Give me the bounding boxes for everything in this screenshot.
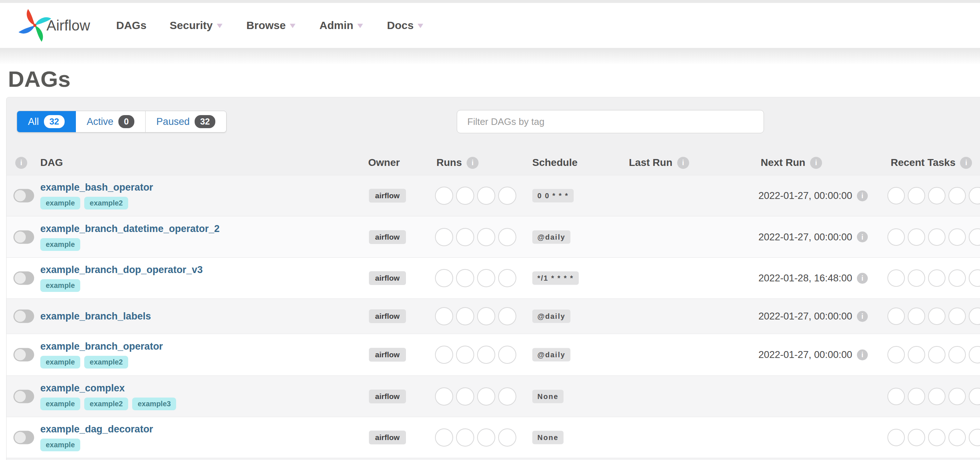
dag-name-link[interactable]: example_branch_labels — [40, 311, 151, 322]
recent-task-circle[interactable] — [888, 429, 905, 446]
nav-item-security[interactable]: Security▼ — [170, 19, 223, 32]
recent-task-circle[interactable] — [948, 187, 966, 204]
recent-task-circle[interactable] — [928, 346, 945, 363]
run-status-circle[interactable] — [435, 345, 453, 364]
recent-task-circle[interactable] — [948, 388, 966, 405]
pause-toggle[interactable] — [13, 431, 34, 444]
run-status-circle[interactable] — [456, 186, 474, 205]
run-status-circle[interactable] — [456, 269, 474, 287]
run-status-circle[interactable] — [435, 307, 453, 325]
dag-name-link[interactable]: example_branch_dop_operator_v3 — [40, 264, 203, 275]
dag-name-link[interactable]: example_dag_decorator — [40, 424, 153, 435]
run-status-circle[interactable] — [498, 387, 516, 406]
recent-task-circle[interactable] — [948, 346, 966, 363]
recent-task-circle[interactable] — [948, 307, 966, 325]
run-status-circle[interactable] — [498, 228, 516, 246]
header-dag[interactable]: DAG — [40, 150, 63, 175]
recent-task-circle[interactable] — [908, 187, 925, 204]
run-status-circle[interactable] — [435, 228, 453, 246]
recent-task-circle[interactable] — [908, 429, 925, 446]
run-status-circle[interactable] — [456, 228, 474, 246]
tab-all[interactable]: All32 — [17, 111, 76, 132]
run-status-circle[interactable] — [477, 269, 495, 287]
pause-toggle[interactable] — [13, 230, 34, 244]
recent-task-circle[interactable] — [928, 307, 945, 325]
recent-task-circle[interactable] — [948, 269, 966, 287]
nav-item-docs[interactable]: Docs▼ — [387, 19, 424, 32]
nav-item-browse[interactable]: Browse▼ — [247, 19, 296, 32]
recent-task-circle[interactable] — [908, 307, 925, 325]
pause-toggle[interactable] — [13, 272, 34, 285]
header-next-run[interactable]: Next Run i — [761, 150, 822, 175]
recent-task-circle[interactable] — [928, 269, 945, 287]
run-status-circle[interactable] — [498, 269, 516, 287]
run-status-circle[interactable] — [498, 345, 516, 364]
recent-task-circle[interactable] — [888, 187, 905, 204]
recent-task-circle[interactable] — [888, 307, 905, 325]
recent-task-circle[interactable] — [969, 187, 980, 204]
dag-name-link[interactable]: example_branch_operator — [40, 341, 163, 352]
recent-task-circle[interactable] — [969, 228, 980, 246]
run-status-circle[interactable] — [435, 186, 453, 205]
header-last-run[interactable]: Last Run i — [629, 150, 689, 175]
recent-task-circle[interactable] — [969, 346, 980, 363]
dag-name-link[interactable]: example_bash_operator — [40, 182, 153, 193]
tag-badge[interactable]: example2 — [84, 398, 128, 410]
tag-badge[interactable]: example — [40, 197, 80, 210]
tag-filter-input[interactable] — [457, 110, 764, 133]
pause-toggle[interactable] — [13, 390, 34, 403]
tag-badge[interactable]: example2 — [84, 356, 128, 369]
run-status-circle[interactable] — [477, 345, 495, 364]
recent-task-circle[interactable] — [948, 228, 966, 246]
recent-task-circle[interactable] — [948, 429, 966, 446]
recent-task-circle[interactable] — [969, 388, 980, 405]
recent-task-circle[interactable] — [908, 228, 925, 246]
tag-badge[interactable]: example2 — [84, 197, 128, 210]
tag-badge[interactable]: example — [40, 279, 80, 292]
recent-task-circle[interactable] — [928, 228, 945, 246]
recent-task-circle[interactable] — [888, 346, 905, 363]
recent-task-circle[interactable] — [969, 269, 980, 287]
pause-toggle[interactable] — [13, 348, 34, 361]
recent-task-circle[interactable] — [888, 388, 905, 405]
recent-task-circle[interactable] — [908, 346, 925, 363]
nav-item-dags[interactable]: DAGs — [116, 19, 146, 32]
header-runs[interactable]: Runs i — [436, 150, 479, 175]
pause-toggle[interactable] — [13, 310, 34, 323]
run-status-circle[interactable] — [477, 387, 495, 406]
run-status-circle[interactable] — [498, 186, 516, 205]
run-status-circle[interactable] — [435, 269, 453, 287]
tag-badge[interactable]: example — [40, 398, 80, 410]
run-status-circle[interactable] — [456, 428, 474, 447]
tag-badge[interactable]: example — [40, 238, 80, 251]
run-status-circle[interactable] — [435, 428, 453, 447]
recent-task-circle[interactable] — [908, 269, 925, 287]
tab-paused[interactable]: Paused32 — [146, 111, 226, 132]
dag-name-link[interactable]: example_complex — [40, 383, 180, 394]
run-status-circle[interactable] — [477, 307, 495, 325]
run-status-circle[interactable] — [456, 307, 474, 325]
tab-active[interactable]: Active0 — [76, 111, 146, 132]
recent-task-circle[interactable] — [888, 228, 905, 246]
run-status-circle[interactable] — [456, 345, 474, 364]
run-status-circle[interactable] — [498, 428, 516, 447]
run-status-circle[interactable] — [456, 387, 474, 406]
run-status-circle[interactable] — [498, 307, 516, 325]
recent-task-circle[interactable] — [908, 388, 925, 405]
tag-badge[interactable]: example — [40, 356, 80, 369]
run-status-circle[interactable] — [477, 186, 495, 205]
recent-task-circle[interactable] — [928, 429, 945, 446]
run-status-circle[interactable] — [477, 228, 495, 246]
recent-task-circle[interactable] — [888, 269, 905, 287]
dag-name-link[interactable]: example_branch_datetime_operator_2 — [40, 223, 220, 234]
recent-task-circle[interactable] — [969, 429, 980, 446]
recent-task-circle[interactable] — [928, 187, 945, 204]
header-recent-tasks[interactable]: Recent Tasks i — [891, 150, 972, 175]
tag-badge[interactable]: example3 — [132, 398, 176, 410]
header-owner[interactable]: Owner — [368, 150, 400, 175]
recent-task-circle[interactable] — [928, 388, 945, 405]
nav-item-admin[interactable]: Admin▼ — [320, 19, 364, 32]
tag-badge[interactable]: example — [40, 439, 80, 451]
header-schedule[interactable]: Schedule — [532, 150, 578, 175]
run-status-circle[interactable] — [435, 387, 453, 406]
